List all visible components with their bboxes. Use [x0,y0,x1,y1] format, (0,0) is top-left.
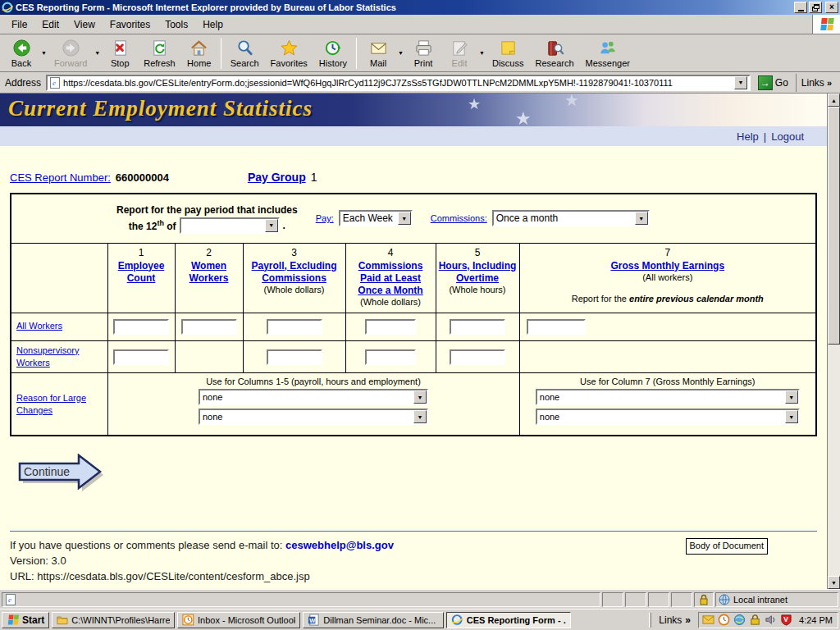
nonsup-employee-count-input[interactable] [113,349,169,365]
taskbar-task-ie-active[interactable]: CES Reporting Form - ... [446,612,571,628]
support-email-link[interactable]: ceswebhelp@bls.gov [285,539,394,551]
toolbar-gripper[interactable] [649,613,651,628]
all-workers-gross-earnings-input[interactable] [527,319,586,335]
logout-link[interactable]: Logout [771,130,804,143]
menu-tools[interactable]: Tools [158,16,194,33]
nonsup-commissions-input[interactable] [365,349,416,365]
commissions-select[interactable]: Once a month ▼ [492,210,650,226]
gross-monthly-earnings-link[interactable]: Gross Monthly Earnings [610,260,724,272]
discuss-button[interactable]: Discuss [486,36,530,71]
all-workers-employee-count-input[interactable] [113,319,169,335]
continue-button[interactable]: Continue [16,454,827,493]
forward-button[interactable]: Forward [48,36,93,71]
print-button[interactable]: Print [405,36,441,71]
start-button[interactable]: Start [2,612,49,628]
mail-dropdown-icon[interactable]: ▼ [396,50,405,56]
reason-for-large-changes-link[interactable]: Reason for Large Changes [16,393,86,415]
clock-tray-icon[interactable] [718,614,730,626]
reason-for-large-changes-row: Reason for Large Changes Use for Columns… [11,373,816,436]
all-workers-payroll-input[interactable] [267,319,322,335]
taskbar-task-explorer[interactable]: C:\WINNT\Profiles\Harre... [52,612,175,628]
menu-view[interactable]: View [67,16,102,33]
stop-button[interactable]: Stop [102,36,138,71]
women-workers-link[interactable]: Women Workers [177,260,241,285]
help-link[interactable]: Help [737,130,759,143]
help-logout-bar: Help | Logout [0,126,827,146]
reason-1-5-select-2[interactable]: none ▼ [199,409,428,425]
body-of-document-marker: Body of Document [686,538,769,555]
volume-tray-icon[interactable] [765,614,777,626]
scroll-up-button[interactable]: ▲ [828,94,840,107]
mail-tray-icon[interactable] [702,614,714,626]
security-zone-label: Local intranet [733,595,788,605]
version-text: Version: 3.0 [10,554,827,569]
menu-favorites[interactable]: Favorites [103,16,157,33]
all-workers-row: All Workers [11,313,816,340]
taskbar: Start C:\WINNT\Profiles\Harre... Inbox -… [0,609,840,630]
employee-count-link[interactable]: Employee Count [110,260,173,285]
commissions-paid-link[interactable]: Commissions Paid at Least Once a Month [348,260,434,297]
hours-link[interactable]: Hours, Including Overtime [438,260,518,285]
edit-button[interactable]: Edit [441,36,477,71]
restore-icon [812,4,819,11]
nonsup-payroll-input[interactable] [267,349,322,365]
mail-icon [369,39,388,57]
close-button[interactable]: × [825,2,838,13]
antivirus-tray-icon[interactable]: V [780,614,792,626]
menu-file[interactable]: File [5,16,34,33]
pay-link[interactable]: Pay: [316,213,334,223]
go-button[interactable]: → Go [754,74,792,92]
menu-help[interactable]: Help [196,16,230,33]
forward-dropdown-icon[interactable]: ▼ [93,50,102,56]
reason-7-select-2[interactable]: none ▼ [536,409,800,425]
nonsup-hours-input[interactable] [450,349,505,365]
menu-edit[interactable]: Edit [35,16,66,33]
home-button[interactable]: Home [181,36,217,71]
ces-report-number-value: 660000004 [116,171,169,184]
month-select[interactable]: ▼ [180,217,280,234]
all-workers-women-workers-input[interactable] [181,319,237,335]
reason-1-5-select-1[interactable]: none ▼ [199,389,428,405]
reason-7-select-1[interactable]: none ▼ [536,389,800,405]
svg-text:e: e [8,596,11,604]
links-toolbar[interactable]: Links » [796,74,837,92]
payroll-link[interactable]: Payroll, Excluding Commissions [245,260,344,285]
back-button[interactable]: Back [3,36,39,71]
network-tray-icon[interactable] [733,614,746,626]
all-workers-link[interactable]: All Workers [16,321,62,331]
commissions-link[interactable]: Commissions: [431,213,487,223]
taskbar-task-outlook[interactable]: Inbox - Microsoft Outlook [177,612,300,628]
taskbar-links-toolbar[interactable]: Links » [654,614,696,626]
refresh-button[interactable]: Refresh [138,36,181,71]
window-title: CES Reporting Form - Microsoft Internet … [16,2,794,12]
clock-time[interactable]: 4:24 PM [796,615,833,625]
restore-button[interactable] [809,2,822,13]
lock-tray-icon[interactable] [749,614,761,626]
header-spacer-cell [11,243,107,313]
nonsupervisory-workers-link[interactable]: Nonsupervisory Workers [16,345,79,368]
minimize-button[interactable] [794,2,807,13]
address-input[interactable]: e https://cesdata.bls.gov/CESLite/entryF… [46,75,751,91]
mail-button[interactable]: Mail [360,36,396,71]
scrollbar-track[interactable] [828,107,840,576]
page-footer: If you have questions or comments please… [10,538,827,585]
scroll-down-button[interactable]: ▼ [828,576,840,589]
research-button[interactable]: Research [529,36,579,71]
edit-dropdown-icon[interactable]: ▼ [477,50,486,56]
search-button[interactable]: Search [225,36,265,71]
vertical-scrollbar[interactable]: ▲ ▼ [827,94,840,589]
all-workers-commissions-input[interactable] [365,319,416,335]
address-bar: Address e https://cesdata.bls.gov/CESLit… [0,72,840,94]
svg-text:e: e [52,79,56,87]
pay-frequency-select[interactable]: Each Week ▼ [339,210,413,226]
taskbar-task-word[interactable]: W Dillman Seminar.doc - Mic... [303,612,444,628]
history-button[interactable]: History [313,36,353,71]
ces-report-number-link[interactable]: CES Report Number: [10,171,111,184]
back-dropdown-icon[interactable]: ▼ [39,50,48,56]
scrollbar-thumb[interactable] [828,107,840,345]
all-workers-hours-input[interactable] [450,319,505,335]
messenger-button[interactable]: Messenger [580,36,636,71]
pay-group-link[interactable]: Pay Group [248,171,306,184]
favorites-button[interactable]: Favorites [265,36,313,71]
address-dropdown-icon[interactable]: ▼ [734,76,747,89]
